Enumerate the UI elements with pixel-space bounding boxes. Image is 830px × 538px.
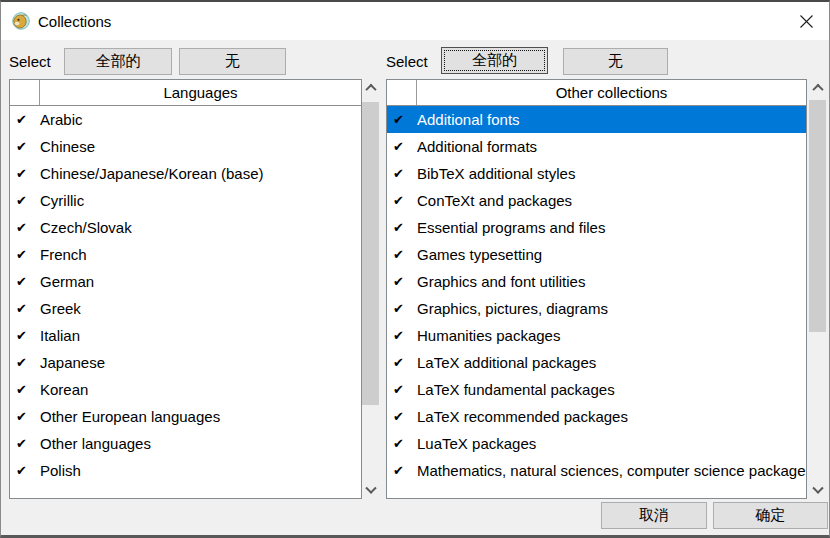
checkmark-icon: ✔ [10,409,40,424]
list-item-label: Japanese [40,354,361,371]
languages-list[interactable]: Languages ✔Arabic ✔Chinese ✔Chinese/Japa… [9,79,362,499]
list-item[interactable]: ✔Essential programs and files [387,214,806,241]
list-item[interactable]: ✔LuaTeX packages [387,430,806,457]
list-item-label: Italian [40,327,361,344]
list-item-label: Greek [40,300,361,317]
languages-scrollbar[interactable] [362,79,379,499]
list-item[interactable]: ✔Graphics and font utilities [387,268,806,295]
checkmark-icon: ✔ [387,247,417,262]
list-item[interactable]: ✔Games typesetting [387,241,806,268]
list-item-label: Additional fonts [417,111,806,128]
list-item[interactable]: ✔German [10,268,361,295]
list-item[interactable]: ✔ConTeXt and packages [387,187,806,214]
checkmark-icon: ✔ [387,355,417,370]
list-item[interactable]: ✔Chinese/Japanese/Korean (base) [10,160,361,187]
list-item[interactable]: ✔Arabic [10,106,361,133]
checkmark-icon: ✔ [10,355,40,370]
left-select-none-button[interactable]: 无 [179,48,286,75]
list-item[interactable]: ✔Chinese [10,133,361,160]
checkmark-icon: ✔ [387,112,417,127]
scrollbar-thumb[interactable] [809,100,826,332]
list-item[interactable]: ✔Other languages [10,430,361,457]
other-collections-scrollbar[interactable] [809,79,826,499]
checkmark-icon: ✔ [10,139,40,154]
list-item[interactable]: ✔French [10,241,361,268]
chevron-down-icon [365,482,376,493]
list-item[interactable]: ✔Greek [10,295,361,322]
checkmark-icon: ✔ [387,463,417,478]
list-item-label: LuaTeX packages [417,435,806,452]
scrollbar-thumb[interactable] [362,102,379,405]
checkmark-icon: ✔ [387,166,417,181]
scroll-up-button[interactable] [809,79,826,96]
list-item[interactable]: ✔Humanities packages [387,322,806,349]
list-item[interactable]: ✔Italian [10,322,361,349]
list-item[interactable]: ✔LaTeX additional packages [387,349,806,376]
list-item[interactable]: ✔Mathematics, natural sciences, computer… [387,457,806,484]
checkmark-icon: ✔ [10,436,40,451]
list-item-label: Games typesetting [417,246,806,263]
ok-button[interactable]: 确定 [713,502,828,529]
checkmark-icon: ✔ [10,166,40,181]
list-item[interactable]: ✔LaTeX fundamental packages [387,376,806,403]
list-item-label: Chinese [40,138,361,155]
list-item[interactable]: ✔Graphics, pictures, diagrams [387,295,806,322]
checkmark-icon: ✔ [10,112,40,127]
list-item[interactable]: ✔Czech/Slovak [10,214,361,241]
other-collections-list-header[interactable]: Other collections [387,80,806,106]
languages-list-header[interactable]: Languages [10,80,361,106]
close-icon [799,14,814,29]
list-item-selected[interactable]: ✔Additional fonts [387,106,806,133]
cancel-button[interactable]: 取消 [601,502,707,529]
collections-dialog: Collections Select 全部的 无 Select 全部的 无 La… [0,0,830,538]
list-item-label: Humanities packages [417,327,806,344]
scroll-down-button[interactable] [362,482,379,499]
checkmark-icon: ✔ [387,382,417,397]
chevron-up-icon [812,83,823,94]
right-select-all-button[interactable]: 全部的 [441,47,548,74]
list-item-label: BibTeX additional styles [417,165,806,182]
checkmark-icon: ✔ [10,328,40,343]
check-column-header [387,80,417,105]
list-item[interactable]: ✔Polish [10,457,361,484]
list-item[interactable]: ✔Korean [10,376,361,403]
other-collections-panel: Other collections ✔Additional fonts ✔Add… [386,79,826,499]
chevron-up-icon [365,83,376,94]
checkmark-icon: ✔ [387,301,417,316]
checkmark-icon: ✔ [387,139,417,154]
other-collections-list[interactable]: Other collections ✔Additional fonts ✔Add… [386,79,807,499]
list-item-label: Polish [40,462,361,479]
list-item-label: Korean [40,381,361,398]
left-select-label: Select [9,53,51,70]
list-item-label: Mathematics, natural sciences, computer … [417,462,806,479]
list-item[interactable]: ✔Japanese [10,349,361,376]
checkmark-icon: ✔ [10,220,40,235]
chevron-down-icon [812,482,823,493]
list-item[interactable]: ✔BibTeX additional styles [387,160,806,187]
list-item-label: Other languages [40,435,361,452]
checkmark-icon: ✔ [10,274,40,289]
checkmark-icon: ✔ [387,274,417,289]
list-item-label: LaTeX additional packages [417,354,806,371]
list-item-label: French [40,246,361,263]
list-item[interactable]: ✔Additional formats [387,133,806,160]
checkmark-icon: ✔ [387,193,417,208]
checkmark-icon: ✔ [10,193,40,208]
list-item-label: Essential programs and files [417,219,806,236]
check-column-header [10,80,40,105]
checkmark-icon: ✔ [387,409,417,424]
languages-panel: Languages ✔Arabic ✔Chinese ✔Chinese/Japa… [9,79,379,499]
list-item[interactable]: ✔Other European languages [10,403,361,430]
list-item[interactable]: ✔LaTeX recommended packages [387,403,806,430]
left-select-all-button[interactable]: 全部的 [64,48,172,75]
list-item-label: LaTeX fundamental packages [417,381,806,398]
list-item-label: Graphics, pictures, diagrams [417,300,806,317]
list-item[interactable]: ✔Cyrillic [10,187,361,214]
close-button[interactable] [789,6,823,36]
checkmark-icon: ✔ [10,247,40,262]
checkmark-icon: ✔ [10,382,40,397]
scroll-down-button[interactable] [809,482,826,499]
scroll-up-button[interactable] [362,79,379,96]
right-select-none-button[interactable]: 无 [563,48,668,75]
checkmark-icon: ✔ [387,220,417,235]
